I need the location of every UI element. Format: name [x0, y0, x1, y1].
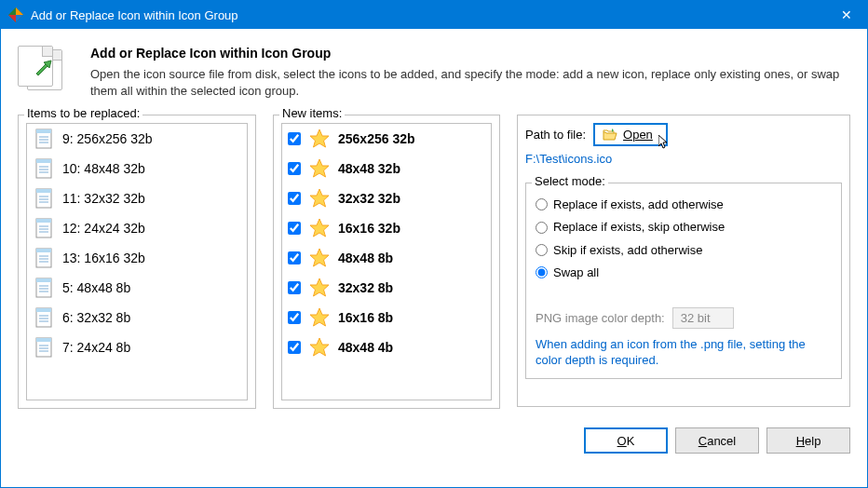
item-checkbox[interactable] [288, 192, 301, 205]
mode-option[interactable]: Swap all [536, 261, 832, 283]
folder-open-icon [603, 129, 617, 142]
svg-marker-54 [658, 135, 667, 148]
mode-option[interactable]: Replace if exists, add otherwise [536, 193, 832, 215]
open-button[interactable]: Open [593, 123, 668, 146]
item-label: 10: 48x48 32b [62, 161, 145, 176]
list-item[interactable]: 12: 24x24 32b [27, 213, 247, 243]
mode-option[interactable]: Replace if exists, skip otherwise [536, 215, 832, 237]
list-item[interactable]: 7: 24x24 8b [27, 332, 247, 362]
mode-radio[interactable] [536, 244, 548, 256]
list-item[interactable]: 9: 256x256 32b [27, 124, 247, 154]
svg-marker-4 [36, 61, 51, 75]
list-item[interactable]: 256x256 32b [282, 124, 491, 154]
item-label: 12: 24x24 32b [62, 221, 145, 236]
svg-rect-11 [36, 159, 51, 163]
notepad-icon [33, 128, 55, 150]
item-checkbox[interactable] [288, 281, 301, 294]
item-label: 11: 32x32 32b [62, 191, 145, 206]
cancel-button[interactable]: Cancel [675, 427, 759, 454]
path-value[interactable]: F:\Test\icons.ico [525, 152, 842, 166]
item-label: 48x48 8b [338, 251, 393, 265]
list-item[interactable]: 6: 32x32 8b [27, 303, 247, 332]
list-item[interactable]: 11: 32x32 32b [27, 183, 247, 213]
dialog-header: Add or Replace Icon within Icon Group Op… [1, 29, 867, 113]
list-item[interactable]: 32x32 8b [282, 273, 491, 303]
item-label: 6: 32x32 8b [62, 310, 130, 325]
mode-label: Skip if exists, add otherwise [553, 243, 702, 257]
item-label: 9: 256x256 32b [62, 131, 153, 146]
item-label: 13: 16x16 32b [62, 251, 145, 265]
svg-marker-51 [310, 308, 329, 326]
item-label: 5: 48x48 8b [62, 280, 130, 295]
star-icon [308, 217, 331, 239]
path-to-file-label: Path to file: [525, 128, 586, 142]
items-replaced-label: Items to be replaced: [24, 106, 142, 120]
svg-marker-2 [16, 15, 23, 22]
star-icon [308, 157, 331, 180]
svg-marker-46 [310, 159, 329, 177]
window-title: Add or Replace Icon within Icon Group [31, 8, 825, 22]
item-checkbox[interactable] [288, 311, 301, 324]
svg-marker-50 [310, 278, 329, 296]
list-item[interactable]: 10: 48x48 32b [27, 154, 247, 183]
mode-radio[interactable] [536, 266, 548, 278]
png-depth-select: 32 bit [672, 307, 734, 329]
header-icon [18, 46, 64, 90]
star-icon [308, 128, 331, 150]
png-depth-note: When adding an icon from the .png file, … [536, 336, 832, 369]
app-icon [8, 7, 23, 22]
item-label: 48x48 32b [338, 161, 400, 176]
item-label: 16x16 8b [338, 310, 393, 325]
svg-rect-21 [36, 219, 51, 223]
header-description: Open the icon source file from disk, sel… [90, 66, 850, 100]
item-label: 48x48 4b [338, 340, 393, 355]
list-item[interactable]: 5: 48x48 8b [27, 273, 247, 303]
svg-rect-31 [36, 278, 51, 282]
header-title: Add or Replace Icon within Icon Group [90, 46, 850, 61]
star-icon [308, 277, 331, 299]
list-item[interactable]: 16x16 32b [282, 213, 491, 243]
star-icon [308, 306, 331, 329]
list-item[interactable]: 48x48 32b [282, 154, 491, 183]
item-checkbox[interactable] [288, 341, 301, 354]
svg-marker-47 [310, 189, 329, 207]
item-label: 256x256 32b [338, 131, 415, 146]
dialog-footer: OK Cancel Help [1, 420, 867, 454]
notepad-icon [33, 187, 55, 210]
notepad-icon [33, 336, 55, 359]
items-replaced-list[interactable]: 9: 256x256 32b 10: 48x48 32b 11: 32x32 3… [26, 123, 248, 400]
notepad-icon [33, 306, 55, 329]
item-checkbox[interactable] [288, 132, 301, 145]
notepad-icon [33, 217, 55, 239]
star-icon [308, 187, 331, 210]
svg-marker-45 [310, 129, 329, 147]
list-item[interactable]: 32x32 32b [282, 183, 491, 213]
star-icon [308, 336, 331, 359]
list-item[interactable]: 48x48 4b [282, 332, 491, 362]
titlebar: Add or Replace Icon within Icon Group ✕ [1, 1, 867, 29]
help-button[interactable]: Help [766, 427, 850, 454]
close-button[interactable]: ✕ [825, 1, 867, 29]
notepad-icon [33, 247, 55, 269]
svg-marker-49 [310, 249, 329, 266]
item-checkbox[interactable] [288, 251, 301, 264]
svg-rect-36 [36, 308, 51, 312]
new-items-list[interactable]: 256x256 32b 48x48 32b 32x32 32b 16x16 32… [281, 123, 492, 400]
item-checkbox[interactable] [288, 222, 301, 235]
svg-marker-1 [16, 7, 23, 15]
notepad-icon [33, 157, 55, 180]
mode-option[interactable]: Skip if exists, add otherwise [536, 238, 832, 261]
item-checkbox[interactable] [288, 162, 301, 175]
mode-label: Swap all [553, 265, 599, 279]
list-item[interactable]: 13: 16x16 32b [27, 243, 247, 273]
png-depth-label: PNG image color depth: [536, 311, 665, 325]
mode-radio[interactable] [536, 198, 548, 210]
ok-button[interactable]: OK [584, 427, 668, 454]
star-icon [308, 247, 331, 269]
svg-rect-6 [36, 129, 51, 133]
mode-radio[interactable] [536, 222, 548, 234]
notepad-icon [33, 277, 55, 299]
list-item[interactable]: 48x48 8b [282, 243, 491, 273]
item-label: 32x32 8b [338, 280, 393, 295]
list-item[interactable]: 16x16 8b [282, 303, 491, 332]
